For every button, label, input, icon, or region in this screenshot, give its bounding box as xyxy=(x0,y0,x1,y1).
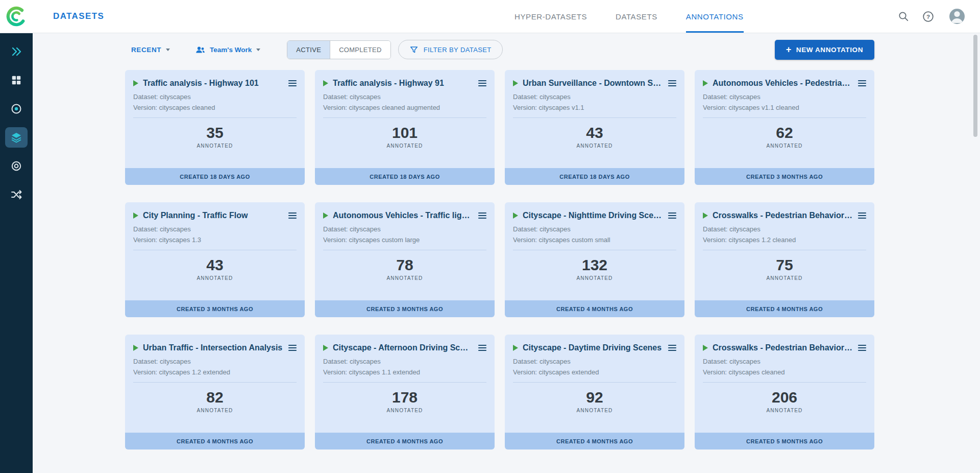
pipelines-icon[interactable] xyxy=(5,184,28,205)
card-version: Version: cityscapes custom small xyxy=(513,236,676,250)
toolbar: RECENT Team's Work ACTIVE COMPLETED xyxy=(125,39,874,60)
card-annotated-label: ANNOTATED xyxy=(125,408,305,413)
card-menu-icon[interactable] xyxy=(857,210,867,221)
card-annotated-count: 178 xyxy=(315,389,495,406)
card-created-footer: CREATED 4 MONTHS AGO xyxy=(505,300,684,317)
annotation-card[interactable]: Cityscape - Daytime Driving Scenes Datas… xyxy=(505,335,684,450)
card-body: Dataset: cityscapes Version: cityscapes … xyxy=(315,221,495,250)
card-menu-icon[interactable] xyxy=(667,78,677,88)
left-sidebar xyxy=(0,33,33,473)
card-created-text: CREATED 3 MONTHS AGO xyxy=(177,306,253,312)
card-title: Crosswalks - Pedestrian Behavior P... xyxy=(713,211,852,220)
annotation-card[interactable]: Crosswalks - Pedestrian Behavior P... Da… xyxy=(695,335,874,450)
models-icon[interactable] xyxy=(5,156,28,176)
filter-by-dataset-button[interactable]: FILTER BY DATASET xyxy=(398,40,503,59)
dataloop-logo[interactable] xyxy=(0,6,33,27)
card-menu-icon[interactable] xyxy=(477,78,487,88)
tab-annotations[interactable]: ANNOTATIONS xyxy=(686,0,744,33)
card-title: City Planning - Traffic Flow xyxy=(143,211,283,220)
card-menu-icon[interactable] xyxy=(667,343,677,353)
card-version: Version: cityscapes 1.3 xyxy=(133,236,297,250)
page-title: DATASETS xyxy=(53,11,104,21)
card-created-footer: CREATED 4 MONTHS AGO xyxy=(505,433,684,450)
annotation-card[interactable]: Cityscape - Nighttime Driving Scenes Dat… xyxy=(505,202,684,317)
card-menu-icon[interactable] xyxy=(287,78,298,88)
card-menu-icon[interactable] xyxy=(667,210,677,221)
card-body: Dataset: cityscapes Version: cityscapes … xyxy=(695,221,874,250)
main-content: RECENT Team's Work ACTIVE COMPLETED xyxy=(33,33,980,473)
card-menu-icon[interactable] xyxy=(477,210,487,221)
card-dataset: Dataset: cityscapes xyxy=(323,225,486,233)
annotation-card[interactable]: Crosswalks - Pedestrian Behavior P... Da… xyxy=(695,202,874,317)
toggle-active[interactable]: ACTIVE xyxy=(287,41,330,59)
search-icon[interactable] xyxy=(898,11,909,22)
card-header: Cityscape - Afternoon Driving Scenes xyxy=(315,335,495,353)
sort-dropdown[interactable]: RECENT xyxy=(125,46,170,54)
card-created-text: CREATED 4 MONTHS AGO xyxy=(366,438,443,444)
card-menu-icon[interactable] xyxy=(477,343,487,353)
card-menu-icon[interactable] xyxy=(857,343,867,353)
annotation-card[interactable]: Cityscape - Afternoon Driving Scenes Dat… xyxy=(315,335,495,450)
card-dataset: Dataset: cityscapes xyxy=(133,225,297,233)
annotation-card[interactable]: Urban Traffic - Intersection Analysis Da… xyxy=(125,335,305,450)
tasks-icon[interactable] xyxy=(5,99,28,119)
tab-hyper-datasets[interactable]: HYPER-DATASETS xyxy=(514,0,587,33)
card-dataset: Dataset: cityscapes xyxy=(323,93,486,101)
card-header: Autonomous Vehicles - Traffic light ... xyxy=(315,202,495,221)
new-annotation-button[interactable]: + NEW ANNOTATION xyxy=(775,40,874,60)
annotation-card[interactable]: Traffic analysis - Highway 91 Dataset: c… xyxy=(315,70,495,185)
annotation-card[interactable]: Urban Surveillance - Downtown Stre... Da… xyxy=(505,70,684,185)
card-annotated-label: ANNOTATED xyxy=(505,408,684,413)
funnel-icon xyxy=(409,45,419,54)
play-icon xyxy=(513,212,518,219)
scrollbar-thumb[interactable] xyxy=(973,35,977,137)
toggle-completed[interactable]: COMPLETED xyxy=(330,41,390,59)
card-annotated-count: 43 xyxy=(125,256,305,274)
user-avatar[interactable] xyxy=(947,7,967,26)
card-title: Cityscape - Daytime Driving Scenes xyxy=(523,343,663,352)
annotation-card[interactable]: Autonomous Vehicles - Pedestrian ... Dat… xyxy=(695,70,874,185)
card-title: Crosswalks - Pedestrian Behavior P... xyxy=(713,343,852,352)
logo-icon xyxy=(6,6,27,27)
card-dataset: Dataset: cityscapes xyxy=(513,358,676,365)
datasets-icon[interactable] xyxy=(5,70,28,90)
card-title: Traffic analysis - Highway 91 xyxy=(333,79,473,88)
annotation-card[interactable]: City Planning - Traffic Flow Dataset: ci… xyxy=(125,202,305,317)
card-created-footer: CREATED 4 MONTHS AGO xyxy=(125,433,305,450)
card-dataset: Dataset: cityscapes xyxy=(703,358,866,365)
card-menu-icon[interactable] xyxy=(857,78,867,88)
card-body: Dataset: cityscapes Version: cityscapes … xyxy=(695,88,874,118)
card-annotated-count: 62 xyxy=(695,124,874,141)
card-body: Dataset: cityscapes Version: cityscapes … xyxy=(695,353,874,383)
card-created-footer: CREATED 4 MONTHS AGO xyxy=(315,433,495,450)
help-icon[interactable]: ? xyxy=(922,11,934,22)
card-body: Dataset: cityscapes Version: cityscapes … xyxy=(505,221,684,250)
card-title: Autonomous Vehicles - Pedestrian ... xyxy=(713,79,852,88)
card-annotated-label: ANNOTATED xyxy=(125,143,305,149)
card-created-text: CREATED 4 MONTHS AGO xyxy=(746,306,823,312)
annotation-card[interactable]: Traffic analysis - Highway 101 Dataset: … xyxy=(125,70,305,185)
card-created-text: CREATED 3 MONTHS AGO xyxy=(746,174,823,180)
filter-label: FILTER BY DATASET xyxy=(424,46,492,54)
team-icon xyxy=(195,45,205,55)
card-header: Traffic analysis - Highway 101 xyxy=(125,70,305,88)
chevron-down-icon xyxy=(166,49,170,51)
annotations-icon[interactable] xyxy=(5,127,28,148)
card-dataset: Dataset: cityscapes xyxy=(133,93,297,101)
card-created-footer: CREATED 18 DAYS AGO xyxy=(125,168,305,185)
card-annotated-count: 92 xyxy=(505,389,684,406)
card-annotated-label: ANNOTATED xyxy=(315,143,495,149)
card-created-footer: CREATED 3 MONTHS AGO xyxy=(315,300,495,317)
annotation-card[interactable]: Autonomous Vehicles - Traffic light ... … xyxy=(315,202,495,317)
tab-datasets[interactable]: DATASETS xyxy=(616,0,657,33)
quickstart-icon[interactable] xyxy=(5,41,28,62)
card-body: Dataset: cityscapes Version: cityscapes … xyxy=(125,88,305,118)
card-annotated-count: 132 xyxy=(505,256,684,274)
scope-dropdown[interactable]: Team's Work xyxy=(195,45,260,55)
card-menu-icon[interactable] xyxy=(287,210,298,221)
card-menu-icon[interactable] xyxy=(287,343,298,353)
card-body: Dataset: cityscapes Version: cityscapes … xyxy=(125,353,305,383)
plus-icon: + xyxy=(786,45,792,54)
chevron-down-icon xyxy=(256,49,260,51)
card-version: Version: cityscapes cleaned augmented xyxy=(323,104,486,118)
